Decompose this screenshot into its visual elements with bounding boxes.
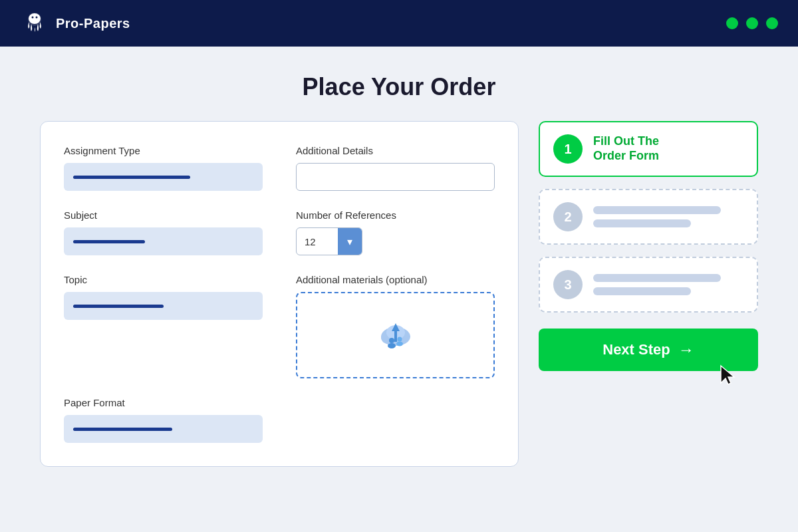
paper-format-select[interactable] [64,415,263,443]
materials-col: Additional materials (optional) [296,274,495,378]
subject-bar [73,240,145,243]
upload-area[interactable] [296,292,495,378]
upload-icon [374,318,417,352]
assignment-type-select[interactable] [64,163,263,191]
step-1-title: Fill Out TheOrder Form [593,134,743,163]
references-select[interactable]: 12 [296,227,362,255]
step-3-content [593,274,743,295]
header-dots [726,17,778,29]
step-1-number: 1 [553,134,583,164]
additional-details-label: Additional Details [296,145,495,156]
topic-label: Topic [64,274,263,285]
svg-point-12 [396,342,403,346]
form-row-3: Topic Additional materials (optional) [64,274,495,378]
references-value: 12 [297,236,338,247]
additional-details-col: Additional Details [296,145,495,191]
topic-col: Topic [64,274,263,378]
assignment-type-label: Assignment Type [64,145,263,156]
next-step-label: Next Step [602,341,670,358]
paper-format-bar [73,428,172,431]
next-step-area: Next Step → [539,325,758,371]
header-dot-3 [766,17,778,29]
svg-point-3 [36,17,38,19]
step-2-bar-2 [593,219,691,227]
references-label: Number of References [296,209,495,221]
subject-col: Subject [64,209,263,255]
step-3-card: 3 [539,257,758,313]
cursor-icon [720,364,738,390]
step-3-bar-1 [593,274,721,282]
step-2-number: 2 [553,202,583,231]
logo-area: Pro-Papers [20,9,130,38]
topic-bar [73,305,164,308]
header-dot-2 [746,17,758,29]
svg-point-11 [397,337,402,342]
topic-select[interactable] [64,292,263,320]
next-step-arrow-icon: → [678,340,694,359]
step-2-bar-1 [593,206,721,214]
form-row-2: Subject Number of References 12 [64,209,495,255]
step-2-card: 2 [539,189,758,245]
step-2-content [593,206,743,227]
svg-point-1 [29,13,41,24]
empty-col [296,397,495,443]
paper-format-label: Paper Format [64,397,263,408]
form-row-4: Paper Format [64,397,495,443]
logo-icon [20,9,49,38]
header-dot-1 [726,17,738,29]
main-layout: Assignment Type Additional Details Subje… [40,121,758,467]
references-arrow[interactable] [338,228,362,255]
paper-format-col: Paper Format [64,397,263,443]
svg-point-9 [389,338,394,343]
sidebar: 1 Fill Out TheOrder Form 2 3 [539,121,758,467]
page-content: Place Your Order Assignment Type Additio… [0,47,798,493]
subject-label: Subject [64,209,263,221]
assignment-type-bar [73,176,190,179]
step-3-bar-2 [593,287,691,295]
step-1-content: Fill Out TheOrder Form [593,134,743,163]
svg-point-2 [32,17,34,19]
page-title: Place Your Order [40,73,758,101]
form-row-1: Assignment Type Additional Details [64,145,495,191]
step-3-number: 3 [553,270,583,299]
step-1-card: 1 Fill Out TheOrder Form [539,121,758,177]
header: Pro-Papers [0,0,798,47]
order-form-card: Assignment Type Additional Details Subje… [40,121,519,467]
subject-select[interactable] [64,227,263,255]
references-col: Number of References 12 [296,209,495,255]
materials-label: Additional materials (optional) [296,274,495,285]
svg-point-10 [388,343,396,348]
assignment-type-col: Assignment Type [64,145,263,191]
additional-details-input[interactable] [296,163,495,191]
logo-text: Pro-Papers [56,16,130,31]
